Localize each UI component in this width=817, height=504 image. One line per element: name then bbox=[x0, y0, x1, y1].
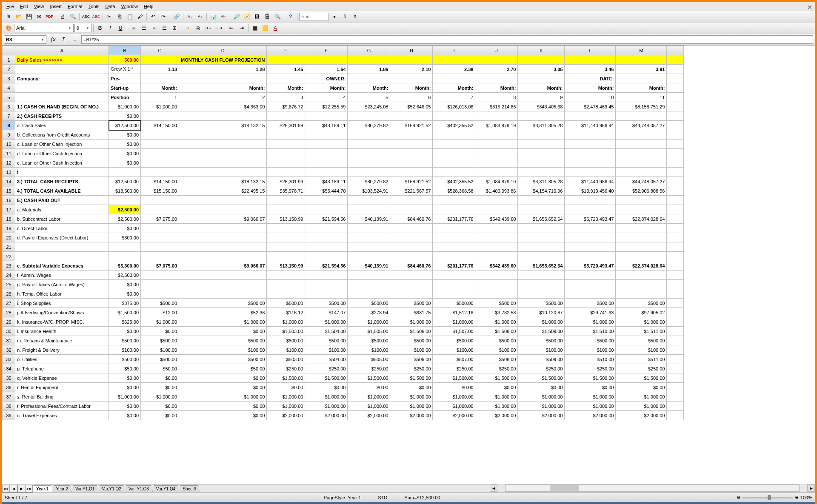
cell[interactable]: $100.00 bbox=[267, 345, 305, 355]
cell[interactable]: a. Materials bbox=[15, 205, 109, 214]
cell[interactable]: $1,508.00 bbox=[475, 327, 518, 336]
cell[interactable]: $100.00 bbox=[475, 345, 518, 355]
cell[interactable] bbox=[141, 271, 179, 280]
cell[interactable]: $505.00 bbox=[348, 355, 390, 364]
cell[interactable]: $2,000.00 bbox=[348, 411, 390, 420]
cell[interactable]: $250.00 bbox=[305, 364, 348, 373]
cell[interactable]: 3.91 bbox=[616, 65, 667, 74]
cell[interactable]: $1,500.00 bbox=[348, 373, 390, 383]
cell[interactable]: $1,000.00 bbox=[565, 392, 616, 401]
cell[interactable]: $500.00 bbox=[390, 336, 433, 345]
cell[interactable]: $18,132.15 bbox=[179, 177, 267, 186]
show-draw-icon[interactable]: ✏ bbox=[219, 12, 228, 21]
sheet-tab[interactable]: Var,Y1,Q1 bbox=[71, 485, 98, 492]
cell[interactable]: $500.00 bbox=[267, 299, 305, 308]
cell[interactable]: $7,075.00 bbox=[141, 214, 179, 224]
cell[interactable]: DATE: bbox=[565, 74, 616, 83]
cell[interactable]: MONTHLY CASH FLOW PROJECTION bbox=[179, 55, 267, 65]
cell[interactable]: $1,000.00 bbox=[267, 317, 305, 327]
cell[interactable] bbox=[348, 252, 390, 261]
cell[interactable]: $147.07 bbox=[305, 308, 348, 317]
row-header-31[interactable]: 31 bbox=[3, 336, 15, 345]
cell[interactable]: $500.00 bbox=[348, 336, 390, 345]
sheet-tab[interactable]: Year 2 bbox=[52, 485, 72, 492]
preview-icon[interactable]: 🔍 bbox=[68, 12, 77, 21]
row-header-12[interactable]: 12 bbox=[3, 158, 15, 168]
cell[interactable]: $5,300.00 bbox=[109, 261, 141, 271]
cell[interactable] bbox=[433, 74, 475, 83]
cell[interactable]: q. Vehicle Expense bbox=[15, 373, 109, 383]
cell[interactable]: $13,919,456.40 bbox=[565, 186, 616, 196]
cell[interactable] bbox=[267, 149, 305, 158]
cell[interactable] bbox=[616, 205, 667, 214]
cell[interactable]: $11,440,986.94 bbox=[565, 121, 616, 130]
cell[interactable] bbox=[390, 233, 433, 242]
cell[interactable] bbox=[141, 140, 179, 149]
copy-icon[interactable]: ⎘ bbox=[115, 12, 124, 21]
cell[interactable]: $26,301.99 bbox=[267, 177, 305, 186]
cell[interactable]: $2,500.00 bbox=[109, 214, 141, 224]
cell[interactable]: $0.00 bbox=[109, 111, 141, 121]
cell[interactable] bbox=[179, 271, 267, 280]
cell[interactable]: $250.00 bbox=[348, 364, 390, 373]
cell[interactable]: $1,000.00 bbox=[141, 102, 179, 111]
cell[interactable]: $1,000.00 bbox=[390, 317, 433, 327]
cell[interactable] bbox=[565, 289, 616, 299]
cell[interactable]: $3,311,305.28 bbox=[518, 177, 565, 186]
cell[interactable]: 5 bbox=[348, 93, 390, 102]
cell[interactable] bbox=[565, 149, 616, 158]
cell[interactable] bbox=[565, 252, 616, 261]
cell[interactable] bbox=[348, 149, 390, 158]
cell[interactable] bbox=[15, 242, 109, 252]
cell[interactable]: Month: bbox=[141, 83, 179, 93]
cell[interactable] bbox=[616, 224, 667, 233]
find-down-icon[interactable]: ⇩ bbox=[340, 12, 349, 21]
cell[interactable]: $500.00 bbox=[433, 336, 475, 345]
row-header-18[interactable]: 18 bbox=[3, 214, 15, 224]
hyperlink-icon[interactable]: 🔗 bbox=[172, 12, 181, 21]
align-center-icon[interactable]: ☰ bbox=[139, 23, 149, 33]
cell[interactable] bbox=[267, 252, 305, 261]
cell[interactable] bbox=[565, 158, 616, 168]
column-header-F[interactable]: F bbox=[305, 46, 348, 55]
row-header-26[interactable]: 26 bbox=[3, 289, 15, 299]
cell[interactable] bbox=[475, 242, 518, 252]
find-dropdown-icon[interactable]: ▾ bbox=[330, 12, 339, 21]
cell[interactable] bbox=[305, 196, 348, 205]
cell[interactable]: $116.12 bbox=[267, 308, 305, 317]
cell[interactable]: $1,400,093.86 bbox=[475, 186, 518, 196]
cell[interactable]: $625.00 bbox=[109, 317, 141, 327]
row-header-20[interactable]: 20 bbox=[3, 233, 15, 242]
cell[interactable]: $1,000.00 bbox=[305, 317, 348, 327]
row-header-33[interactable]: 33 bbox=[3, 355, 15, 364]
cell[interactable]: $500.00 bbox=[305, 299, 348, 308]
cell[interactable]: $500.00 bbox=[179, 336, 267, 345]
paste-icon[interactable]: 📋 bbox=[125, 12, 134, 21]
menu-edit[interactable]: Edit bbox=[17, 3, 31, 10]
cell[interactable]: a. Cash Sales bbox=[15, 121, 109, 130]
cell[interactable] bbox=[305, 55, 348, 65]
cell[interactable] bbox=[390, 242, 433, 252]
cell[interactable]: f. Admin. Wages bbox=[15, 271, 109, 280]
cell[interactable] bbox=[348, 130, 390, 140]
cell[interactable]: $1,000.00 bbox=[518, 401, 565, 411]
cell[interactable]: $402,355.52 bbox=[433, 177, 475, 186]
row-header-32[interactable]: 32 bbox=[3, 345, 15, 355]
cell[interactable]: $22,374,028.64 bbox=[616, 214, 667, 224]
cell[interactable] bbox=[518, 205, 565, 214]
cell[interactable]: 3.) TOTAL CASH RECEIPTS bbox=[15, 177, 109, 186]
cell[interactable]: $80,279.82 bbox=[348, 121, 390, 130]
cell[interactable] bbox=[390, 168, 433, 177]
cell[interactable]: p. Telephone bbox=[15, 364, 109, 373]
tab-prev-icon[interactable]: ◀ bbox=[10, 485, 17, 493]
cell[interactable] bbox=[305, 168, 348, 177]
cell[interactable]: $2,500.00 bbox=[109, 205, 141, 214]
cell[interactable] bbox=[348, 158, 390, 168]
cell[interactable]: 500.00 bbox=[109, 55, 141, 65]
cell[interactable]: $1,500.00 bbox=[518, 373, 565, 383]
column-header-C[interactable]: C bbox=[141, 46, 179, 55]
row-header-10[interactable]: 10 bbox=[3, 140, 15, 149]
cell[interactable] bbox=[267, 233, 305, 242]
spellcheck-icon[interactable]: ABC bbox=[81, 12, 91, 21]
cell[interactable] bbox=[179, 252, 267, 261]
